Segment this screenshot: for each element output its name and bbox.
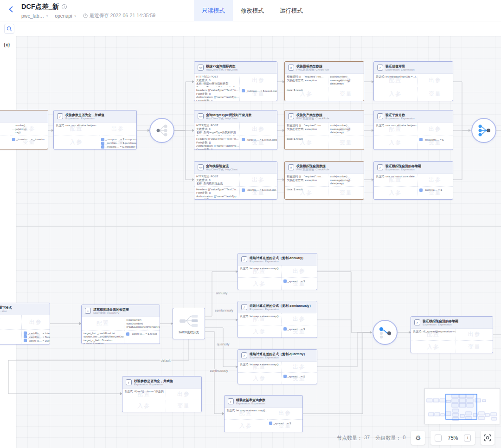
node-card-check-cashflow-data[interactable]: if校验模拟现金流数据PWC数据校验: CheckRule校验规则: [{ "r… — [284, 161, 364, 200]
node-title: 验证模拟现金流的存续期 — [423, 319, 458, 323]
config-line: …rray) — [12, 131, 46, 135]
node-card-fill-cashflow-yield[interactable]: ≈填充模拟现金流的收益率scipy插值: InterpXPV配置result(a… — [81, 305, 160, 344]
output-tag: _cashFlo… = InterestRate — [24, 331, 48, 335]
node-card-switch-branch[interactable]: switch流程分支 — [173, 308, 205, 339]
watermark-br: 变量 — [418, 87, 453, 101]
env-selector[interactable]: pwc_lab… ∨ — [21, 13, 48, 19]
node-header: </>查询targetType所找到平滑月数HttpClient节点: Http… — [194, 110, 277, 123]
output-tag: _indicato… = $.indicatorT… — [101, 145, 135, 149]
config-line: Authorization: [{"name":"authTyp… — [196, 96, 238, 99]
node-quadrant-tl: HTTP方法: POST失败重试: 0名称: 根据xx查询指标类型Connect… — [194, 74, 240, 87]
fork-gateway[interactable] — [149, 118, 174, 143]
node-body: 配置表达式: use com.alibaba.fastjson…出参入参变量_c… — [54, 123, 136, 149]
node-card-spread-formula-annualy[interactable]: ƒ组装计算点差的公式（复利-annualy）Expression: Expres… — [238, 253, 317, 290]
node-quadrant-tl: 校验规则: [{ "required": tru…失败处理方式: excepti… — [285, 74, 328, 87]
node-body: 配置表达式: if(!==1){ throw "你选的…出参入参变量 — [122, 389, 201, 412]
node-quadrant-tl: HTTP方法: POST失败重试: 0名称: 查询targetType所找到平滑… — [194, 123, 240, 136]
expression-icon: ƒ — [241, 352, 247, 358]
branch-label-continuously: continuously — [209, 369, 229, 372]
output-tag-text: _cashFlo… = Duration — [28, 339, 50, 342]
fit-view-button[interactable] — [481, 431, 495, 445]
merge-gateway-upper[interactable] — [471, 118, 496, 143]
zoom-in-button[interactable]: + — [464, 435, 471, 442]
tab-readonly-mode[interactable]: 只读模式 — [194, 0, 233, 21]
node-card-check-params-empty-2[interactable]: ƒ校验参数是否为空，并赋值Expression: Expression配置表达式… — [122, 376, 202, 412]
node-quadrant-tr: 出参 — [282, 362, 317, 373]
watermark-bl: 入参 — [374, 136, 417, 149]
expression-icon: ƒ — [241, 304, 247, 310]
api-selector-value: openapi — [55, 13, 72, 19]
output-tag-text: _smoothM… = $ — [424, 138, 444, 141]
node-header: </>查询模拟现金流HttpClient节点: HttpClient — [194, 162, 277, 174]
node-card-verify-cashflow-duration-2[interactable]: ƒ验证模拟现金流的存续期Expression: Expression配置表达式:… — [411, 316, 493, 353]
node-subtitle: PWC数据校验: CheckRule — [296, 68, 329, 71]
node-subtitle: Expression: Expression — [385, 117, 415, 120]
expression-icon: ƒ — [377, 113, 383, 119]
config-line: Query参数: [] — [196, 148, 238, 150]
node-quadrant-tr: 出参 — [282, 313, 317, 325]
node-card-verify-valuation-rating[interactable]: ƒ验证估值评级Expression: Expression配置表达式: let … — [373, 61, 453, 101]
node-title: 验证平滑月数 — [385, 113, 415, 117]
node-quadrant-br: 变量_cashFlo… = InterestRate_cashFlo… = To… — [22, 330, 50, 344]
node-quadrant-br: 变量 — [328, 87, 364, 101]
minimap-content — [425, 389, 500, 424]
tab-run-mode[interactable]: 运行模式 — [272, 0, 311, 21]
settings-button[interactable]: ⚙ — [411, 431, 425, 445]
node-card-verify-cashflow-duration-1[interactable]: ƒ验证模拟现金流的存续期Expression: Expression配置表达式:… — [373, 161, 453, 200]
watermark-bl: 入参 — [238, 278, 281, 290]
merge-gateway-lower[interactable] — [373, 320, 398, 345]
node-card-http-query-cashflow[interactable]: </>查询模拟现金流HttpClient节点: HttpClientHTTP方法… — [194, 161, 277, 200]
watermark-br: 变量 — [166, 400, 202, 412]
config-line: Path参数: [] — [196, 92, 238, 96]
minimap-viewport[interactable] — [446, 394, 477, 419]
node-quadrant-br: 变量_spread… = $ — [267, 420, 302, 432]
node-card-lower-partial-setfield[interactable]: ƒ置字段名…sionRate =…出参变量_cashFlo… = Interes… — [0, 303, 50, 344]
node-card-verify-smooth-months[interactable]: ƒ验证平滑月数Expression: Expression配置表达式: use … — [373, 110, 453, 150]
node-header: ƒ组装收益率查询参数Expression: Expression — [225, 396, 302, 408]
interp-icon: ≈ — [85, 308, 91, 314]
config-line: data: $.result — [287, 89, 326, 92]
node-quadrant-tr: 出参 — [22, 315, 50, 330]
node-card-spread-formula-semiannualy[interactable]: ƒ组装计算点差的公式（复利-semiannualy）Expression: Ex… — [238, 301, 317, 338]
flow-canvas[interactable]: {x} 节点数量： 37 分组数量： 0 ⚙ − 75% + — [0, 36, 501, 448]
config-line: 表达式: use com.alibaba.fastjson… — [376, 124, 415, 128]
search-button[interactable] — [4, 24, 14, 34]
node-quadrant-tl: HTTP方法: POST失败重试: 0名称: 查询模拟现金流ConnectTim… — [194, 174, 240, 187]
node-subtitle: Expression: Expression — [250, 356, 307, 359]
watermark-bl: 入参 — [411, 341, 456, 353]
node-card-http-query-target-type[interactable]: </>查询targetType所找到平滑月数HttpClient节点: Http… — [194, 110, 277, 150]
node-card-check-params-empty-1[interactable]: ƒ校验参数是否为空，并赋值Expression: Expression配置表达式… — [53, 110, 137, 149]
tag-chip-icon — [419, 188, 423, 192]
node-header: ƒ校验参数是否为空，并赋值Expression: Expression — [122, 377, 201, 389]
node-card-upper-partial-check[interactable]: if出参…number)…ge(string)…rray)变量_investm…… — [0, 110, 48, 149]
node-header: if — [0, 110, 48, 123]
node-card-check-asset-data[interactable]: if校验资产类型数据PWC数据校验: CheckRule校验规则: [{ "re… — [284, 110, 364, 150]
node-body: 配置表达式: let map = stream.map()…出参入参变量_spr… — [238, 266, 317, 290]
node-body: 出参…number)…ge(string)…rray)变量_investm… =… — [0, 123, 48, 149]
config-line: 校验规则: [{ "required": tru… — [287, 175, 326, 179]
config-line: 表达式: rE_spread@expression->v… — [413, 330, 454, 334]
statusbar: 节点数量： 37 分组数量： 0 ⚙ − 75% + — [337, 431, 495, 445]
node-card-check-indicator-data[interactable]: if校验指标类型数据PWC数据校验: CheckRule校验规则: [{ "re… — [284, 61, 364, 101]
output-tag-text: _spread… = $ — [288, 328, 305, 331]
node-header: if校验资产类型数据PWC数据校验: CheckRule — [285, 110, 364, 123]
node-card-yield-query-params[interactable]: ƒ组装收益率查询参数Expression: Expression配置表达式: l… — [224, 395, 303, 432]
config-line: 表达式: let map = stream.map()… — [240, 315, 279, 318]
back-button[interactable] — [6, 6, 16, 15]
watermark-bl: 入参 — [374, 87, 417, 101]
minimap-panel[interactable] — [424, 388, 500, 424]
watermark-bl: 入参 — [238, 373, 281, 384]
info-icon: i — [62, 4, 67, 9]
tab-edit-mode[interactable]: 修改模式 — [233, 0, 272, 21]
watermark-tr: 出参 — [240, 74, 277, 87]
node-card-spread-formula-quarterly[interactable]: ƒ组装计算点差的公式（复利-quarterly）Expression: Expr… — [238, 349, 317, 384]
node-body: HTTP方法: POST失败重试: 0名称: 查询模拟现金流ConnectTim… — [194, 174, 277, 199]
variables-panel-icon[interactable]: {x} — [4, 42, 10, 47]
api-selector[interactable]: openapi ∨ — [55, 13, 77, 19]
zoom-out-button[interactable]: − — [435, 435, 442, 442]
output-tag: _smoothM… = $ — [419, 138, 451, 141]
node-card-http-query-indicator-type[interactable]: </>根据xx查询指标类型HttpClient节点: HttpClientHTT… — [194, 61, 277, 101]
node-title: 校验指标类型数据 — [296, 64, 329, 68]
node-quadrant-br: 变量_smoothM… = $ — [418, 136, 453, 149]
tag-chip-icon — [101, 142, 104, 145]
